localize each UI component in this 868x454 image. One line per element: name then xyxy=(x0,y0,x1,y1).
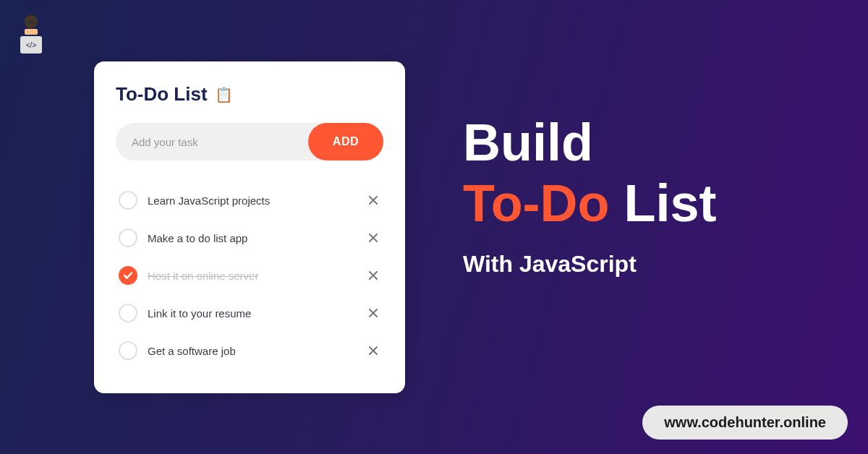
delete-task-icon[interactable] xyxy=(366,193,380,207)
task-item: Make a to do list app xyxy=(116,220,383,256)
task-text: Make a to do list app xyxy=(148,232,356,244)
task-item: Get a software job xyxy=(116,333,383,369)
site-logo: </> xyxy=(13,13,49,56)
task-text: Link it to your resume xyxy=(148,307,356,320)
delete-task-icon[interactable] xyxy=(366,343,380,358)
unchecked-circle-icon[interactable] xyxy=(119,341,137,360)
hero-subtitle: With JavaScript xyxy=(463,251,717,278)
input-row: ADD xyxy=(116,123,383,160)
todo-card: To-Do List 📋 ADD Learn JavaScript projec… xyxy=(94,61,405,393)
delete-task-icon[interactable] xyxy=(366,268,380,283)
task-item: Learn JavaScript projects xyxy=(116,182,383,218)
notepad-icon: 📋 xyxy=(215,86,233,103)
task-item: Host it on online server xyxy=(116,257,383,294)
unchecked-circle-icon[interactable] xyxy=(119,191,137,210)
svg-rect-2 xyxy=(26,20,36,24)
task-list: Learn JavaScript projectsMake a to do li… xyxy=(116,182,383,369)
task-text: Get a software job xyxy=(148,345,356,357)
hero-accent-text: To-Do xyxy=(463,174,610,232)
task-text: Host it on online server xyxy=(148,270,356,282)
svg-rect-1 xyxy=(25,29,38,35)
unchecked-circle-icon[interactable] xyxy=(119,228,137,247)
hero-section: Build To-Do List With JavaScript xyxy=(463,116,717,278)
unchecked-circle-icon[interactable] xyxy=(119,304,137,322)
add-button[interactable]: ADD xyxy=(308,123,383,160)
delete-task-icon[interactable] xyxy=(366,231,380,245)
hero-line1: Build xyxy=(463,116,717,171)
card-title: To-Do List xyxy=(116,83,208,106)
task-item: Link it to your resume xyxy=(116,295,383,331)
checked-circle-icon[interactable] xyxy=(119,266,137,285)
delete-task-icon[interactable] xyxy=(366,306,380,320)
svg-text:</>: </> xyxy=(26,41,37,49)
hero-line2: To-Do List xyxy=(463,175,717,232)
task-text: Learn JavaScript projects xyxy=(148,194,356,207)
card-header: To-Do List 📋 xyxy=(116,83,383,106)
site-url-pill: www.codehunter.online xyxy=(642,406,848,440)
task-input[interactable] xyxy=(116,123,308,160)
hero-rest-text: List xyxy=(624,174,717,232)
